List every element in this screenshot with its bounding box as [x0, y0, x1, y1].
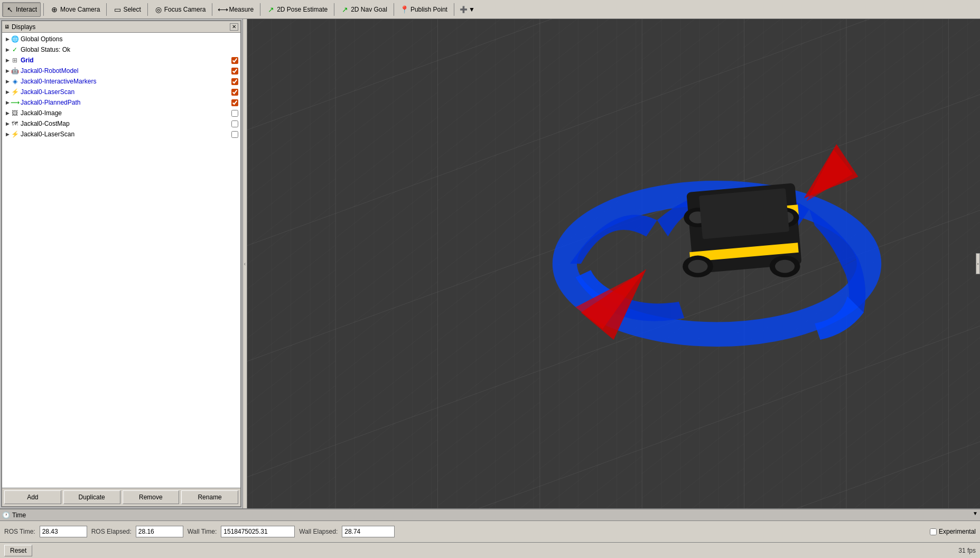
time-content: ROS Time: ROS Elapsed: Wall Time: Wall E…	[0, 521, 980, 542]
image-icon: 🖼	[11, 109, 19, 117]
experimental-option: Experimental	[930, 528, 976, 535]
2d-pose-button[interactable]: ↗ 2D Pose Estimate	[263, 2, 331, 17]
global-options-label: Global Options	[21, 35, 238, 43]
image-checkbox[interactable]	[231, 110, 238, 117]
expand-icon: ▶	[4, 89, 11, 95]
time-collapse-button[interactable]: ▼	[973, 510, 978, 516]
separator-7	[394, 3, 394, 16]
tree-item-laserscan2[interactable]: ▶ ⚡ Jackal0-LaserScan	[2, 129, 240, 140]
time-title-label: Time	[12, 512, 26, 519]
path-icon: ⟿	[11, 98, 19, 107]
displays-tree: ▶ 🌐 Global Options ▶ ✓ Global Status: Ok…	[2, 33, 240, 488]
costmap-checkbox[interactable]	[231, 120, 238, 127]
tree-item-global-options[interactable]: ▶ 🌐 Global Options	[2, 34, 240, 44]
tree-item-robot-model[interactable]: ▶ 🤖 Jackal0-RobotModel	[2, 66, 240, 76]
measure-button[interactable]: ⟷ Measure	[215, 2, 257, 17]
grid-label: Grid	[21, 57, 229, 64]
interact-button[interactable]: ↖ Interact	[2, 2, 41, 17]
main-content: 🖥 Displays ✕ ▶ 🌐 Global Options ▶ ✓ Glob…	[0, 19, 980, 508]
select-button[interactable]: ▭ Select	[109, 2, 144, 17]
tree-item-image[interactable]: ▶ 🖼 Jackal0-Image	[2, 108, 240, 118]
measure-label: Measure	[229, 6, 254, 13]
reset-button[interactable]: Reset	[4, 545, 32, 556]
robot-model-checkbox[interactable]	[231, 68, 238, 75]
expand-icon: ▶	[4, 78, 11, 85]
ros-elapsed-input[interactable]	[136, 526, 183, 537]
ros-elapsed-label: ROS Elapsed:	[91, 528, 132, 535]
ros-time-input[interactable]	[40, 526, 87, 537]
select-label: Select	[123, 6, 141, 13]
displays-header: 🖥 Displays ✕	[2, 21, 240, 33]
2d-nav-button[interactable]: ↗ 2D Nav Goal	[337, 2, 391, 17]
separator-8	[454, 3, 454, 16]
tree-item-global-status[interactable]: ▶ ✓ Global Status: Ok	[2, 44, 240, 55]
2d-nav-label: 2D Nav Goal	[351, 6, 387, 13]
extra-tools-dropdown[interactable]: ➕ ▼	[457, 2, 478, 17]
tree-item-interactive-markers[interactable]: ▶ ◈ Jackal0-InteractiveMarkers	[2, 76, 240, 87]
move-camera-button[interactable]: ⊕ Move Camera	[46, 2, 104, 17]
separator-3	[147, 3, 148, 16]
robot-icon: 🤖	[11, 67, 19, 75]
separator-6	[334, 3, 334, 16]
expand-icon: ▶	[4, 46, 11, 53]
wall-time-input[interactable]	[221, 526, 295, 537]
focus-camera-label: Focus Camera	[164, 6, 206, 13]
time-title: 🕐 Time	[2, 512, 26, 519]
3d-viewport[interactable]: ›	[247, 19, 980, 508]
displays-close-button[interactable]: ✕	[230, 23, 238, 31]
costmap-label: Jackal0-CostMap	[21, 120, 229, 127]
wall-elapsed-input[interactable]	[342, 526, 395, 537]
focus-camera-button[interactable]: ◎ Focus Camera	[151, 2, 210, 17]
experimental-checkbox[interactable]	[930, 528, 937, 535]
panel-collapse-handle[interactable]: ‹	[243, 19, 247, 508]
tree-item-costmap[interactable]: ▶ 🗺 Jackal0-CostMap	[2, 118, 240, 129]
expand-icon: ▶	[4, 110, 11, 116]
laser-icon: ⚡	[11, 88, 19, 96]
displays-panel-icon: 🖥	[4, 24, 10, 30]
planned-path-label: Jackal0-PlannedPath	[21, 99, 229, 106]
measure-icon: ⟷	[219, 5, 227, 14]
tree-item-laserscan1[interactable]: ▶ ⚡ Jackal0-LaserScan	[2, 87, 240, 97]
expand-icon: ▶	[4, 36, 11, 42]
interactive-markers-checkbox[interactable]	[231, 78, 238, 85]
svg-point-11	[775, 260, 795, 273]
time-panel: 🕐 Time ▼ ROS Time: ROS Elapsed: Wall Tim…	[0, 508, 980, 542]
separator-1	[43, 3, 44, 16]
expand-icon: ▶	[4, 57, 11, 63]
remove-button[interactable]: Remove	[123, 490, 180, 504]
2d-pose-icon: ↗	[267, 5, 275, 14]
expand-icon: ▶	[4, 99, 11, 106]
plus-icon: ➕	[460, 6, 468, 13]
duplicate-button[interactable]: Duplicate	[63, 490, 120, 504]
image-label: Jackal0-Image	[21, 109, 229, 117]
add-button[interactable]: Add	[4, 490, 61, 504]
interact-label: Interact	[16, 6, 37, 13]
separator-4	[212, 3, 212, 16]
grid-icon: ⊞	[11, 56, 19, 64]
expand-icon: ▶	[4, 131, 11, 137]
svg-rect-14	[699, 188, 789, 239]
experimental-label: Experimental	[939, 528, 976, 535]
laserscan2-checkbox[interactable]	[231, 131, 238, 138]
toolbar: ↖ Interact ⊕ Move Camera ▭ Select ◎ Focu…	[0, 0, 980, 19]
wall-elapsed-label: Wall Elapsed:	[299, 528, 338, 535]
globe-icon: 🌐	[11, 35, 19, 43]
time-header: 🕐 Time ▼	[0, 509, 980, 521]
viewport-collapse-handle[interactable]: ›	[976, 253, 980, 274]
grid-checkbox[interactable]	[231, 57, 238, 64]
laserscan1-checkbox[interactable]	[231, 89, 238, 96]
rename-button[interactable]: Rename	[181, 490, 238, 504]
tree-item-planned-path[interactable]: ▶ ⟿ Jackal0-PlannedPath	[2, 97, 240, 108]
interactive-markers-label: Jackal0-InteractiveMarkers	[21, 78, 229, 85]
laserscan2-label: Jackal0-LaserScan	[21, 131, 229, 138]
separator-2	[106, 3, 107, 16]
planned-path-checkbox[interactable]	[231, 99, 238, 106]
costmap-icon: 🗺	[11, 119, 19, 128]
publish-point-button[interactable]: 📍 Publish Point	[397, 2, 451, 17]
robot-model-label: Jackal0-RobotModel	[21, 67, 229, 75]
status-bar: Reset 31 fps	[0, 542, 980, 558]
tree-item-grid[interactable]: ▶ ⊞ Grid	[2, 55, 240, 66]
ros-time-label: ROS Time:	[4, 528, 35, 535]
2d-pose-label: 2D Pose Estimate	[277, 6, 328, 13]
publish-point-label: Publish Point	[410, 6, 447, 13]
